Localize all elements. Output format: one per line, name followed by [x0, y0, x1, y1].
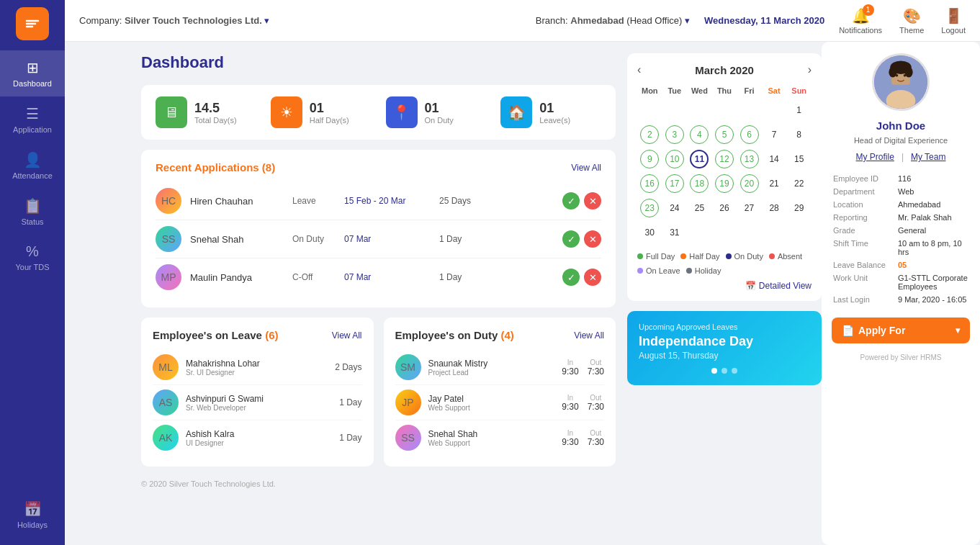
applicant-name: Maulin Pandya — [190, 272, 284, 283]
calendar-day — [662, 98, 688, 122]
calendar-day[interactable]: 29 — [786, 196, 812, 220]
calendar-day[interactable]: 2 — [637, 122, 662, 147]
stat-on-duty: 📍 01 On Duty — [386, 96, 487, 128]
calendar-day[interactable]: 21 — [762, 171, 787, 196]
stat-half-days: ☀ 01 Half Day(s) — [271, 96, 372, 128]
employee-name: Snehal Shah — [428, 429, 555, 439]
calendar-day[interactable]: 25 — [687, 196, 712, 220]
duty-view-all[interactable]: View All — [574, 330, 604, 341]
cal-day-sat: Sat — [762, 84, 787, 98]
reject-button[interactable]: ✕ — [584, 192, 601, 210]
duty-title: Employee's on Duty (4) — [395, 329, 514, 341]
application-days: 1 Day — [439, 234, 554, 244]
calendar-day[interactable]: 8 — [786, 122, 812, 147]
sidebar-item-your-tds[interactable]: % Your TDS — [0, 235, 65, 280]
on-duty-label: On Duty — [425, 116, 454, 125]
sidebar-item-status[interactable]: 📋 Status — [0, 189, 65, 235]
current-date: Wednesday, 11 March 2020 — [704, 15, 824, 26]
company-name[interactable]: Silver Touch Technologies Ltd. — [125, 15, 262, 26]
leave-view-all[interactable]: View All — [332, 330, 362, 341]
calendar-day[interactable]: 31 — [662, 220, 688, 245]
calendar-day[interactable]: 30 — [637, 220, 662, 245]
application-type: On Duty — [292, 234, 336, 244]
logout-button[interactable]: 🚪 Logout — [941, 7, 966, 35]
avatar: SS — [156, 226, 181, 252]
calendar-day[interactable]: 19 — [712, 171, 737, 196]
upcoming-leave-card: Upcoming Approved Leaves Independance Da… — [627, 311, 822, 385]
calendar-day[interactable]: 28 — [762, 196, 787, 220]
my-team-link[interactable]: My Team — [911, 152, 945, 162]
calendar-day[interactable]: 16 — [637, 171, 662, 196]
calendar-day[interactable]: 22 — [786, 171, 812, 196]
cal-day-tue: Tue — [662, 84, 688, 98]
calendar-day[interactable]: 27 — [737, 196, 762, 220]
calendar-day[interactable]: 14 — [762, 147, 787, 171]
avatar: SS — [395, 425, 421, 451]
apply-label: Apply For — [858, 325, 905, 336]
calendar-day[interactable]: 7 — [762, 122, 787, 147]
sidebar-item-attendance[interactable]: 👤 Attendance — [0, 143, 65, 189]
shift-label: Shift Time — [832, 237, 896, 258]
recent-apps-view-all[interactable]: View All — [571, 163, 601, 173]
applicant-name: Hiren Chauhan — [190, 196, 284, 207]
calendar-day[interactable]: 24 — [662, 196, 688, 220]
detailed-view-button[interactable]: 📅 Detailed View — [637, 281, 812, 291]
calendar-day[interactable]: 5 — [712, 122, 737, 147]
company-dropdown-icon[interactable]: ▾ — [264, 15, 269, 26]
reject-button[interactable]: ✕ — [584, 230, 601, 248]
reporting-label: Reporting — [832, 211, 896, 224]
notifications-button[interactable]: 🔔 1 Notifications — [839, 7, 882, 35]
sidebar-item-holidays[interactable]: 📅 Holidays — [0, 492, 65, 538]
calendar-day[interactable]: 4 — [687, 122, 712, 147]
calendar-day[interactable]: 17 — [662, 171, 688, 196]
profile-row-grade: Grade General — [832, 224, 970, 237]
company-info: Company: Silver Touch Technologies Ltd. … — [79, 15, 524, 26]
branch-dropdown-icon[interactable]: ▾ — [685, 15, 690, 26]
sidebar-item-dashboard[interactable]: ⊞ Dashboard — [0, 50, 65, 96]
calendar-next-button[interactable]: › — [808, 63, 812, 76]
reject-button[interactable]: ✕ — [584, 269, 601, 286]
svg-point-3 — [886, 90, 916, 111]
calendar-day[interactable]: 12 — [712, 147, 737, 171]
on-duty-icon: 📍 — [386, 96, 418, 128]
calendar-day[interactable]: 23 — [637, 196, 662, 220]
work-unit-value: G1-STTL Corporate Employees — [896, 271, 970, 293]
total-days-value: 14.5 — [194, 101, 237, 116]
calendar-day[interactable]: 20 — [737, 171, 762, 196]
calendar-day[interactable]: 13 — [737, 147, 762, 171]
calendar-day[interactable]: 6 — [737, 122, 762, 147]
last-login-label: Last Login — [832, 293, 896, 306]
calendar-grid: Mon Tue Wed Thu Fri Sat Sun 123456789101… — [637, 84, 812, 245]
upcoming-date: August 15, Thursday — [639, 351, 810, 361]
sidebar-item-application[interactable]: ☰ Application — [0, 96, 65, 143]
approve-button[interactable]: ✓ — [562, 269, 580, 286]
calendar-day[interactable]: 26 — [712, 196, 737, 220]
branch-name[interactable]: Ahmedabad — [570, 15, 624, 26]
employee-role: UI Designer — [186, 439, 332, 447]
my-profile-link[interactable]: My Profile — [856, 152, 894, 162]
calendar-day — [762, 98, 787, 122]
leaves-value: 01 — [539, 101, 570, 116]
location-label: Location — [832, 198, 896, 211]
profile-details-table: Employee ID 116 Department Web Location … — [832, 172, 970, 306]
app-logo[interactable] — [16, 7, 49, 40]
approve-button[interactable]: ✓ — [562, 230, 580, 248]
onleave-dot — [637, 268, 643, 274]
calendar-day[interactable]: 1 — [786, 98, 812, 122]
employee-role: Sr. Web Developer — [186, 404, 332, 412]
calendar-day[interactable]: 18 — [687, 171, 712, 196]
calendar-day[interactable]: 3 — [662, 122, 688, 147]
calendar-day[interactable]: 11 — [687, 147, 712, 171]
reporting-value: Mr. Palak Shah — [896, 211, 970, 224]
approve-button[interactable]: ✓ — [562, 192, 580, 210]
holiday-dot — [686, 268, 692, 274]
calendar-day — [737, 220, 762, 245]
cal-day-sun: Sun — [786, 84, 812, 98]
calendar-day[interactable]: 15 — [786, 147, 812, 171]
calendar-day[interactable]: 9 — [637, 147, 662, 171]
theme-button[interactable]: 🎨 Theme — [899, 7, 924, 35]
apply-dropdown-icon: ▾ — [956, 325, 960, 335]
calendar-prev-button[interactable]: ‹ — [637, 63, 641, 76]
calendar-day[interactable]: 10 — [662, 147, 688, 171]
apply-for-button[interactable]: 📄 Apply For ▾ — [832, 317, 970, 343]
